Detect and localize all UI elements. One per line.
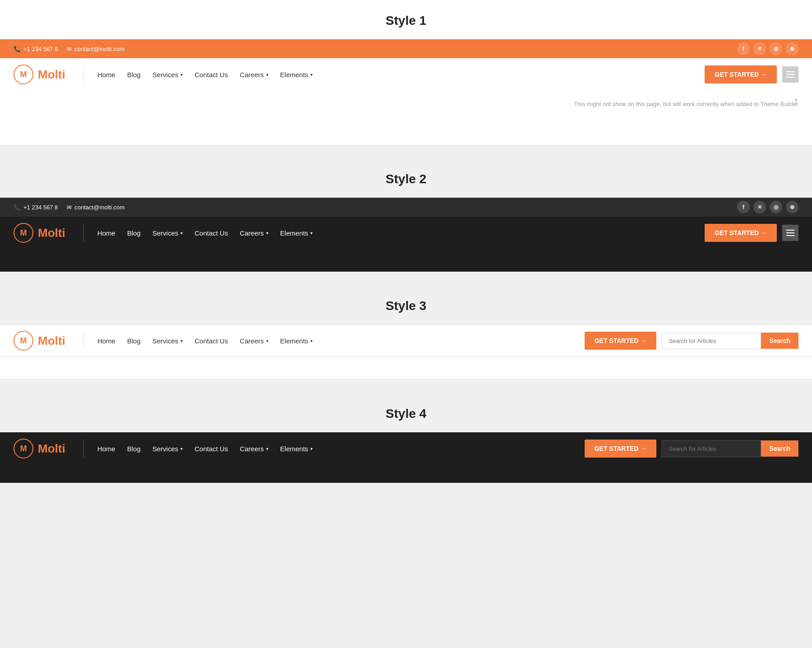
- nav-contact-2[interactable]: Contact Us: [190, 227, 232, 240]
- nav-home-3[interactable]: Home: [93, 334, 120, 347]
- style2-topbar: 📞 +1 234 567 8 ✉ contact@molti.com f ✕ ◎…: [0, 198, 812, 217]
- twitter-icon-2[interactable]: ✕: [753, 201, 766, 213]
- logo-mark-3: M: [14, 331, 33, 351]
- style3-search-input[interactable]: [662, 333, 761, 349]
- nav-elements-4[interactable]: Elements ▾: [276, 442, 318, 455]
- style3-cta-button[interactable]: GET STARTED: [585, 332, 657, 350]
- facebook-icon[interactable]: f: [737, 42, 750, 55]
- style1-block: 📞 +1 234 567 8 ✉ contact@molti.com f ✕ ◎…: [0, 39, 812, 145]
- logo-divider-3: [83, 332, 84, 350]
- style1-topbar: 📞 +1 234 567 8 ✉ contact@molti.com f ✕ ◎…: [0, 39, 812, 58]
- separator-2: [0, 272, 812, 285]
- style2-spacer: [0, 249, 812, 272]
- style2-email[interactable]: ✉ contact@molti.com: [67, 204, 125, 211]
- scroll-up-arrow[interactable]: ↑: [794, 95, 798, 107]
- nav-careers[interactable]: Careers ▾: [235, 68, 272, 81]
- style4-search-input[interactable]: [662, 440, 761, 457]
- menu-bar-4: [786, 230, 794, 231]
- menu-bar-2: [786, 74, 794, 75]
- nav-careers-4[interactable]: Careers ▾: [235, 442, 272, 455]
- nav-elements-2[interactable]: Elements ▾: [276, 227, 318, 240]
- style2-logo[interactable]: M Molti: [14, 223, 65, 243]
- services-chevron-4: ▾: [180, 446, 183, 451]
- style4-cta-button[interactable]: GET STARTED: [585, 440, 657, 458]
- nav-services-4[interactable]: Services ▾: [148, 442, 188, 455]
- nav-blog[interactable]: Blog: [123, 68, 145, 81]
- dribbble-icon-2[interactable]: ⊕: [786, 201, 798, 213]
- careers-chevron-4: ▾: [266, 446, 268, 451]
- nav-careers-3[interactable]: Careers ▾: [235, 334, 272, 347]
- facebook-icon-2[interactable]: f: [737, 201, 750, 213]
- separator-1: [0, 145, 812, 158]
- careers-chevron-2: ▾: [266, 231, 268, 236]
- style2-block: 📞 +1 234 567 8 ✉ contact@molti.com f ✕ ◎…: [0, 198, 812, 272]
- style3-title: Style 3: [0, 285, 812, 324]
- style1-note-area: ↑ This might not show on this page, but …: [0, 91, 812, 145]
- logo-text-4: Molti: [38, 442, 65, 456]
- nav-home[interactable]: Home: [93, 68, 120, 81]
- nav-blog-4[interactable]: Blog: [123, 442, 145, 455]
- logo-divider-2: [83, 224, 84, 242]
- style4-navbar-right: GET STARTED Search: [585, 440, 798, 458]
- menu-bar-1: [786, 71, 794, 72]
- nav-home-2[interactable]: Home: [93, 227, 120, 240]
- nav-careers-2[interactable]: Careers ▾: [235, 227, 272, 240]
- style2-navbar: M Molti Home Blog Services ▾ Contact Us …: [0, 217, 812, 249]
- style1-logo[interactable]: M Molti: [14, 65, 65, 84]
- style1-note: This might not show on this page, but wi…: [0, 91, 812, 127]
- style4-search-button[interactable]: Search: [761, 440, 798, 457]
- twitter-icon[interactable]: ✕: [753, 42, 766, 55]
- services-chevron-3: ▾: [180, 338, 183, 343]
- style4-logo[interactable]: M Molti: [14, 439, 65, 458]
- style2-menu-toggle[interactable]: [782, 225, 798, 241]
- nav-blog-2[interactable]: Blog: [123, 227, 145, 240]
- logo-mark: M: [14, 65, 33, 84]
- style1-nav: Home Blog Services ▾ Contact Us Careers …: [93, 68, 705, 81]
- style4-navbar: M Molti Home Blog Services ▾ Contact Us …: [0, 432, 812, 465]
- nav-services-3[interactable]: Services ▾: [148, 334, 188, 347]
- style3-logo[interactable]: M Molti: [14, 331, 65, 351]
- style1-cta-button[interactable]: GET STARTED: [705, 65, 777, 83]
- logo-divider-4: [83, 440, 84, 458]
- style1-topbar-left: 📞 +1 234 567 8 ✉ contact@molti.com: [14, 46, 125, 52]
- nav-services-2[interactable]: Services ▾: [148, 227, 188, 240]
- logo-text-2: Molti: [38, 226, 65, 240]
- style1-email[interactable]: ✉ contact@molti.com: [67, 46, 125, 52]
- careers-chevron: ▾: [266, 72, 268, 77]
- phone-icon-2: 📞: [14, 204, 21, 211]
- style1-navbar: M Molti Home Blog Services ▾ Contact Us …: [0, 58, 812, 91]
- nav-contact[interactable]: Contact Us: [190, 68, 232, 81]
- style1-menu-toggle[interactable]: [782, 66, 798, 83]
- style2-cta-button[interactable]: GET STARTED: [705, 224, 777, 242]
- style3-navbar: M Molti Home Blog Services ▾ Contact Us …: [0, 324, 812, 357]
- menu-bar-3: [786, 77, 794, 78]
- dribbble-icon[interactable]: ⊕: [786, 42, 798, 55]
- nav-contact-4[interactable]: Contact Us: [190, 442, 232, 455]
- style4-title: Style 4: [0, 393, 812, 432]
- style2-navbar-right: GET STARTED: [705, 224, 798, 242]
- style2-phone[interactable]: 📞 +1 234 567 8: [14, 204, 58, 211]
- elements-chevron-4: ▾: [310, 446, 313, 451]
- style3-block: M Molti Home Blog Services ▾ Contact Us …: [0, 324, 812, 380]
- instagram-icon[interactable]: ◎: [770, 42, 782, 55]
- nav-blog-3[interactable]: Blog: [123, 334, 145, 347]
- nav-services[interactable]: Services ▾: [148, 68, 188, 81]
- instagram-icon-2[interactable]: ◎: [770, 201, 782, 213]
- style3-search-button[interactable]: Search: [761, 333, 798, 349]
- nav-home-4[interactable]: Home: [93, 442, 120, 455]
- style1-phone[interactable]: 📞 +1 234 567 8: [14, 46, 58, 52]
- nav-contact-3[interactable]: Contact Us: [190, 334, 232, 347]
- menu-bar-6: [786, 235, 794, 236]
- nav-elements[interactable]: Elements ▾: [276, 68, 318, 81]
- style3-spacer: [0, 357, 812, 380]
- style3-navbar-right: GET STARTED Search: [585, 332, 798, 350]
- logo-divider: [83, 65, 84, 83]
- nav-elements-3[interactable]: Elements ▾: [276, 334, 318, 347]
- style4-search: Search: [662, 440, 798, 457]
- separator-3: [0, 380, 812, 393]
- style3-nav: Home Blog Services ▾ Contact Us Careers …: [93, 334, 585, 347]
- style2-nav: Home Blog Services ▾ Contact Us Careers …: [93, 227, 705, 240]
- logo-mark-4: M: [14, 439, 33, 458]
- style4-block: M Molti Home Blog Services ▾ Contact Us …: [0, 432, 812, 483]
- style4-nav: Home Blog Services ▾ Contact Us Careers …: [93, 442, 585, 455]
